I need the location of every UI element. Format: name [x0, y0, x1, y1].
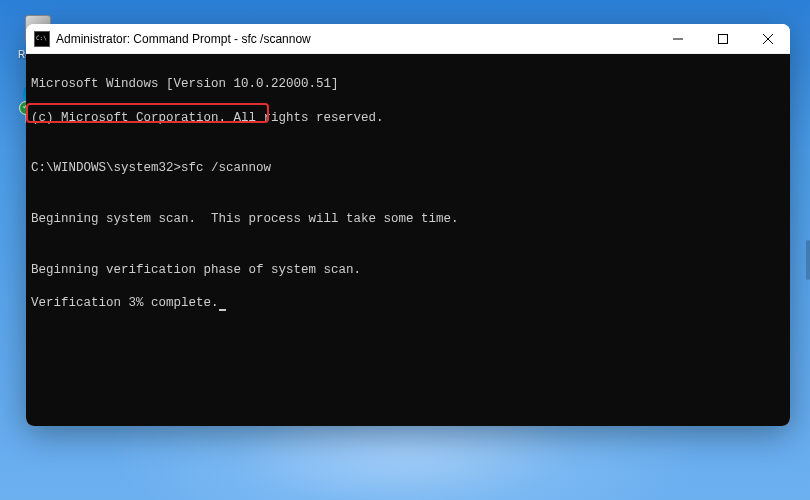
minimize-button[interactable]	[655, 24, 700, 53]
terminal-prompt-line: C:\WINDOWS\system32>sfc /scannow	[31, 160, 785, 177]
maximize-button[interactable]	[700, 24, 745, 53]
terminal-output[interactable]: Microsoft Windows [Version 10.0.22000.51…	[26, 54, 790, 426]
command-prompt-window: Administrator: Command Prompt - sfc /sca…	[26, 24, 790, 426]
terminal-line: (c) Microsoft Corporation. All rights re…	[31, 110, 785, 127]
page-scrollbar-thumb[interactable]	[806, 240, 810, 280]
svg-rect-1	[718, 34, 727, 43]
window-title: Administrator: Command Prompt - sfc /sca…	[56, 32, 655, 46]
cmd-icon	[34, 31, 50, 47]
close-icon	[763, 34, 773, 44]
terminal-line: Microsoft Windows [Version 10.0.22000.51…	[31, 76, 785, 93]
window-titlebar[interactable]: Administrator: Command Prompt - sfc /sca…	[26, 24, 790, 54]
minimize-icon	[673, 34, 683, 44]
terminal-line: Beginning verification phase of system s…	[31, 262, 785, 279]
terminal-line: Beginning system scan. This process will…	[31, 211, 785, 228]
maximize-icon	[718, 34, 728, 44]
terminal-progress-text: Verification 3% complete.	[31, 296, 219, 310]
terminal-cursor	[219, 309, 226, 311]
terminal-progress-line: Verification 3% complete.	[31, 295, 785, 312]
window-controls	[655, 24, 790, 53]
close-button[interactable]	[745, 24, 790, 53]
